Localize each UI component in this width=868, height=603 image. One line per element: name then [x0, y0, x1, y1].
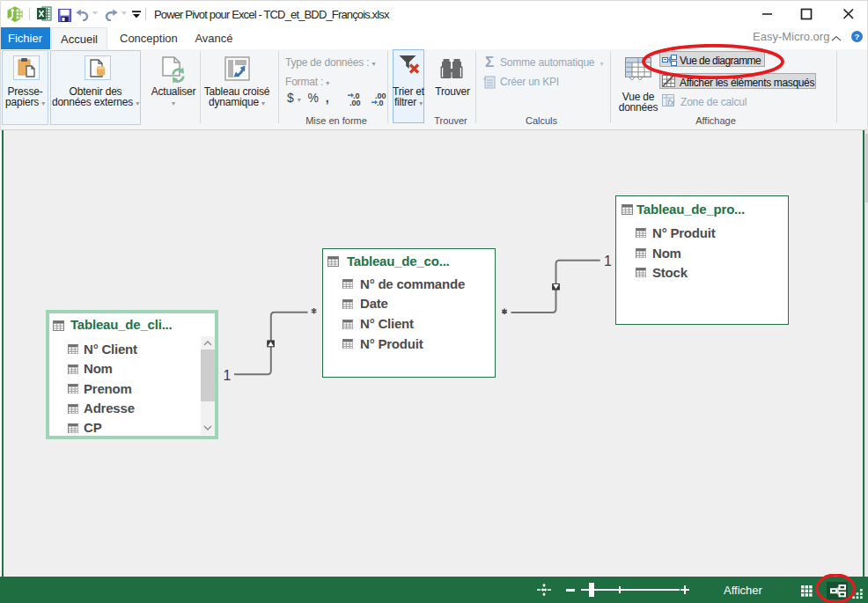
svg-text:fx: fx [667, 97, 675, 107]
svg-text:1: 1 [224, 368, 232, 383]
svg-text:*: * [483, 76, 487, 85]
svg-text:.00: .00 [349, 99, 361, 106]
svg-text:?: ? [855, 32, 860, 41]
svg-text:1: 1 [604, 254, 612, 268]
svg-text:.0: .0 [377, 99, 384, 106]
